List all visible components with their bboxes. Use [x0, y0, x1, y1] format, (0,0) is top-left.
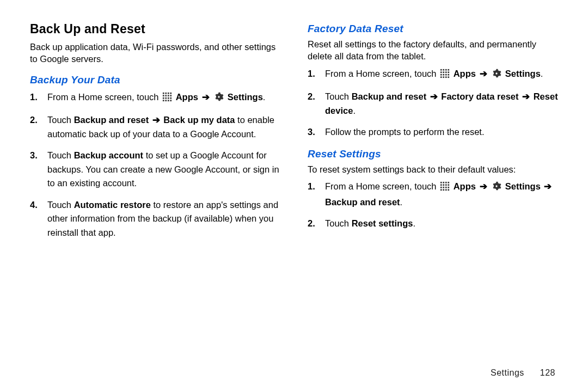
manual-page: Back Up and Reset Back up application da…	[0, 0, 588, 392]
step-3: 3. Follow the prompts to perform the res…	[323, 125, 558, 139]
step-2: 2. Touch Reset settings.	[323, 217, 558, 231]
step-text: Touch	[47, 115, 74, 125]
settings-label: Settings	[228, 92, 263, 102]
step-text: Touch	[47, 200, 74, 210]
step-2: 2. Touch Backup and reset ➔ Factory data…	[323, 90, 558, 118]
right-column: Factory Data Reset Reset all settings to…	[308, 22, 558, 248]
footer-section: Settings	[491, 368, 524, 377]
step-3: 3. Touch Backup account to set up a Goog…	[45, 149, 280, 191]
arrow-icon: ➔	[544, 180, 552, 194]
step-text: From a Home screen, touch	[47, 92, 159, 102]
page-number: 128	[540, 368, 555, 377]
gear-icon	[492, 69, 501, 83]
arrow-icon: ➔	[202, 90, 210, 105]
arrow-icon: ➔	[152, 113, 160, 127]
page-footer: Settings 128	[491, 368, 555, 378]
factory-reset-steps: 1. From a Home screen, touch Apps ➔ Sett…	[308, 67, 558, 139]
apps-grid-icon	[440, 181, 450, 195]
page-title: Back Up and Reset	[30, 22, 280, 36]
step-1: 1. From a Home screen, touch Apps ➔ Sett…	[45, 90, 280, 106]
step-2: 2. Touch Backup and reset ➔ Back up my d…	[45, 113, 280, 141]
reset-settings-steps: 1. From a Home screen, touch Apps ➔ Sett…	[308, 180, 558, 231]
intro-text: Back up application data, Wi-Fi password…	[30, 41, 280, 65]
subheading-reset-settings: Reset Settings	[308, 148, 558, 160]
intro-text: Reset all settings to the factory defaul…	[308, 38, 558, 63]
subheading-factory-data-reset: Factory Data Reset	[308, 23, 558, 35]
arrow-icon: ➔	[480, 67, 487, 81]
gear-icon	[492, 181, 501, 195]
step-1: 1. From a Home screen, touch Apps ➔ Sett…	[323, 180, 558, 209]
backup-steps: 1. From a Home screen, touch Apps ➔ Sett…	[30, 90, 280, 240]
step-1: 1. From a Home screen, touch Apps ➔ Sett…	[323, 67, 558, 83]
gear-icon	[214, 92, 224, 106]
apps-grid-icon	[440, 69, 450, 83]
intro-text: To reset system settings back to their d…	[308, 163, 558, 175]
arrow-icon: ➔	[522, 90, 530, 104]
left-column: Back Up and Reset Back up application da…	[30, 22, 280, 248]
step-4: 4. Touch Automatic restore to restore an…	[45, 198, 280, 240]
step-text: Touch	[47, 150, 74, 160]
subheading-backup-your-data: Backup Your Data	[30, 74, 280, 86]
apps-grid-icon	[162, 92, 172, 106]
arrow-icon: ➔	[480, 180, 487, 194]
arrow-icon: ➔	[430, 90, 438, 104]
apps-label: Apps	[176, 92, 198, 102]
